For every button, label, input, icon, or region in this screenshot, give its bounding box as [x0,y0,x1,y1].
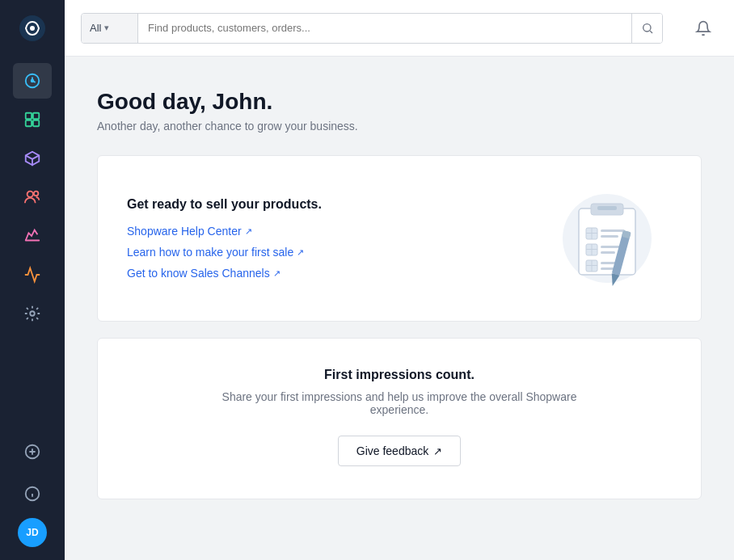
greeting-subtitle: Another day, another chance to grow your… [97,120,702,133]
sidebar-bottom: JD [13,434,52,560]
feedback-card-title: First impressions count. [324,368,475,382]
external-link-icon: ↗ [273,268,281,279]
svg-rect-6 [26,120,32,126]
svg-rect-18 [597,206,617,210]
user-avatar[interactable]: JD [18,518,47,547]
svg-rect-4 [26,113,32,119]
sidebar-item-customers[interactable] [13,179,52,215]
sell-card-title: Get ready to sell your products. [127,197,542,212]
sidebar-item-marketing[interactable] [13,218,52,254]
topbar-actions [689,14,718,43]
help-center-link[interactable]: Shopware Help Center ↗ [127,225,542,238]
svg-rect-7 [33,120,39,126]
sidebar: JD [0,0,65,560]
feedback-card-subtitle: Share your first impressions and help us… [197,390,601,416]
sidebar-item-products[interactable] [13,141,52,176]
sidebar-item-dashboard[interactable] [13,63,52,99]
svg-rect-5 [33,113,39,119]
greeting-title: Good day, John. [97,89,702,115]
first-sale-link[interactable]: Learn how to make your first sale ↗ [127,246,542,259]
search-input[interactable] [138,14,631,43]
chevron-down-icon: ▾ [104,23,109,33]
svg-point-8 [27,192,33,197]
main-area: All ▾ Good day, John. Another day, an [65,0,734,560]
svg-point-11 [30,311,35,316]
topbar: All ▾ [65,0,734,57]
search-filter-dropdown[interactable]: All ▾ [82,14,138,43]
notifications-button[interactable] [689,14,718,43]
svg-rect-23 [601,235,618,238]
sidebar-item-settings[interactable] [13,296,52,331]
svg-rect-28 [601,251,615,254]
search-container: All ▾ [81,13,663,44]
sidebar-item-info[interactable] [13,476,52,512]
sidebar-nav [0,57,65,434]
sell-card-illustration [542,182,672,295]
sidebar-item-orders[interactable] [13,102,52,137]
svg-rect-22 [601,229,625,232]
sidebar-logo [0,0,65,57]
external-link-icon: ↗ [245,226,252,237]
sell-card: Get ready to sell your products. Shopwar… [97,155,702,322]
search-button[interactable] [631,13,662,44]
content-area: Good day, John. Another day, another cha… [65,57,734,560]
sell-card-content: Get ready to sell your products. Shopwar… [127,197,542,280]
external-link-icon: ↗ [433,445,442,457]
sales-channels-link[interactable]: Get to know Sales Channels ↗ [127,267,542,280]
search-filter-label: All [90,22,101,34]
sidebar-item-add[interactable] [13,434,52,469]
sell-card-links: Shopware Help Center ↗ Learn how to make… [127,225,542,280]
external-link-icon: ↗ [297,247,304,258]
svg-rect-10 [25,240,40,242]
feedback-card: First impressions count. Share your firs… [97,338,702,499]
svg-point-3 [32,80,34,82]
give-feedback-button[interactable]: Give feedback ↗ [338,436,462,466]
svg-point-1 [30,26,35,31]
svg-point-9 [34,192,39,196]
svg-point-14 [643,23,650,31]
sidebar-item-promotions[interactable] [13,257,52,293]
